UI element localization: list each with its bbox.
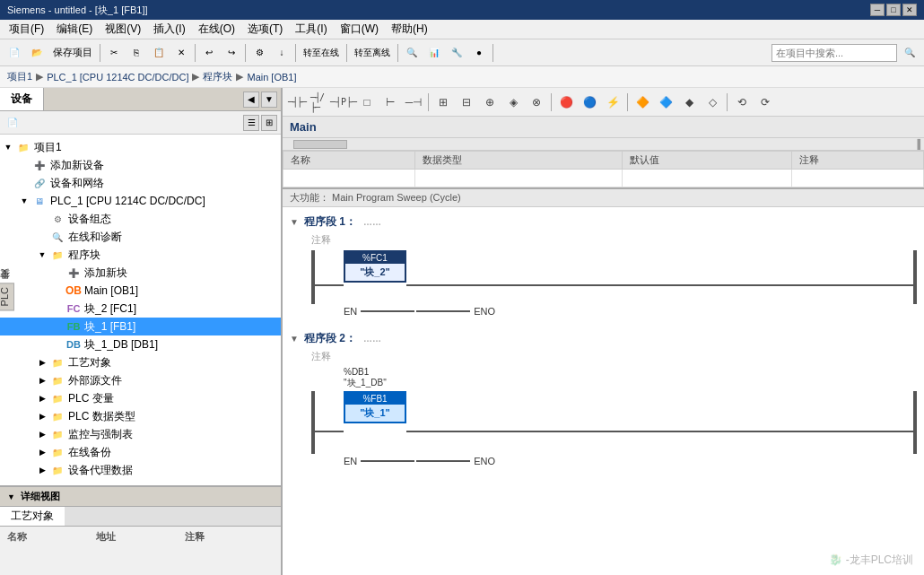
- menu-item-窗口W[interactable]: 窗口(W): [335, 20, 384, 39]
- save-btn[interactable]: 保存项目: [48, 42, 97, 64]
- close-btn[interactable]: ✕: [902, 4, 917, 16]
- tool1[interactable]: 🔍: [401, 42, 423, 64]
- toggle-tech-objects[interactable]: ▶: [36, 356, 48, 369]
- toggle-program-blocks[interactable]: ▼: [36, 248, 48, 261]
- cell-comment[interactable]: [791, 170, 923, 187]
- menu-item-在线O[interactable]: 在线(O): [193, 20, 240, 39]
- go-online-btn[interactable]: 转至在线: [299, 42, 344, 64]
- tree-item-online-diag[interactable]: ▶ 🔍 在线和诊断: [0, 228, 281, 246]
- tree-item-device-proxy[interactable]: ▶ 📁 设备代理数据: [0, 461, 281, 479]
- toggle-project1[interactable]: ▼: [2, 141, 14, 153]
- tree-item-ext-sources[interactable]: ▶ 📁 外部源文件: [0, 371, 281, 389]
- tree-item-plc-variables[interactable]: ▶ 📁 PLC 变量: [0, 389, 281, 407]
- network-1-comment[interactable]: 注释: [311, 233, 917, 247]
- tree-view-btn-2[interactable]: ⊞: [261, 115, 277, 131]
- breadcrumb-item-3[interactable]: 程序块: [203, 70, 232, 83]
- search-btn[interactable]: 🔍: [899, 42, 920, 64]
- copy-btn[interactable]: ⎘: [126, 42, 147, 64]
- tree-btn-1[interactable]: 📄: [4, 114, 22, 132]
- network-1-collapse-btn[interactable]: ▼: [290, 217, 299, 227]
- toggle-ext-sources[interactable]: ▶: [36, 374, 48, 387]
- maximize-btn[interactable]: □: [886, 4, 901, 16]
- breadcrumb-item-1[interactable]: 项目1: [7, 70, 32, 83]
- cell-name[interactable]: [283, 170, 415, 187]
- tool3[interactable]: 🔧: [446, 42, 467, 64]
- toggle-online-backup[interactable]: ▶: [36, 446, 48, 458]
- tree-item-db1[interactable]: ▶ DB 块_1_DB [DB1]: [0, 335, 281, 353]
- tree-item-device-config[interactable]: ▶ ⚙ 设备组态: [0, 210, 281, 228]
- open-btn[interactable]: 📂: [26, 42, 48, 64]
- more-btn-13[interactable]: ⟲: [731, 91, 753, 113]
- tree-item-plc-data-types[interactable]: ▶ 📁 PLC 数据类型: [0, 407, 281, 425]
- detail-view-header[interactable]: ▼ 详细视图: [0, 487, 281, 507]
- breadcrumb-item-2[interactable]: PLC_1 [CPU 1214C DC/DC/DC]: [47, 72, 188, 83]
- device-tab[interactable]: 设备: [0, 88, 44, 110]
- tree-item-tech-objects[interactable]: ▶ 📁 工艺对象: [0, 353, 281, 371]
- more-btn-11[interactable]: ◆: [678, 91, 700, 113]
- panel-collapse-btn[interactable]: ◀: [243, 91, 259, 108]
- tree-item-program-blocks[interactable]: ▼ 📁 程序块: [0, 246, 281, 264]
- tech-objects-tab[interactable]: 工艺对象: [0, 507, 65, 526]
- tree-item-main-ob1[interactable]: ▶ OB Main [OB1]: [0, 282, 281, 300]
- tool2[interactable]: 📊: [423, 42, 445, 64]
- box-btn[interactable]: □: [356, 91, 378, 113]
- compile-btn[interactable]: ⚙: [248, 42, 270, 64]
- more-btn-1[interactable]: ⊞: [432, 91, 454, 113]
- tree-item-plc1[interactable]: ▼ 🖥 PLC_1 [CPU 1214C DC/DC/DC]: [0, 192, 281, 210]
- h-scroll-top[interactable]: ▐: [283, 138, 924, 151]
- more-btn-2[interactable]: ⊟: [456, 91, 477, 113]
- fc1-function-box[interactable]: %FC1 "块_2": [344, 250, 406, 283]
- cell-type[interactable]: [415, 170, 622, 187]
- minimize-btn[interactable]: ─: [870, 4, 885, 16]
- cell-default[interactable]: [622, 170, 791, 187]
- toggle-monitor-force[interactable]: ▶: [36, 428, 48, 440]
- more-btn-9[interactable]: 🔶: [632, 91, 653, 113]
- redo-btn[interactable]: ↪: [221, 42, 242, 64]
- cut-btn[interactable]: ✂: [103, 42, 125, 64]
- detail-toggle-arrow[interactable]: ▼: [7, 492, 15, 501]
- more-btn-7[interactable]: 🔵: [579, 91, 600, 113]
- tree-item-fb1[interactable]: ▶ FB 块_1 [FB1]: [0, 318, 281, 335]
- tree-item-online-backup[interactable]: ▶ 📁 在线备份: [0, 443, 281, 461]
- tree-item-project1[interactable]: ▼ 📁 项目1: [0, 138, 281, 156]
- more-btn-8[interactable]: ⚡: [602, 91, 623, 113]
- network-2-collapse-btn[interactable]: ▼: [290, 334, 299, 344]
- tree-item-fc1[interactable]: ▶ FC 块_2 [FC1]: [0, 300, 281, 318]
- toggle-plc-data-types[interactable]: ▶: [36, 410, 48, 423]
- tree-item-devices-network[interactable]: ▶ 🔗 设备和网络: [0, 174, 281, 192]
- menu-item-帮助H[interactable]: 帮助(H): [386, 20, 433, 39]
- paste-btn[interactable]: 📋: [148, 42, 170, 64]
- menu-item-项目F[interactable]: 项目(F): [4, 20, 49, 39]
- tree-item-add-device[interactable]: ▶ ➕ 添加新设备: [0, 156, 281, 174]
- menu-item-编辑E[interactable]: 编辑(E): [51, 20, 98, 39]
- toggle-device-proxy[interactable]: ▶: [36, 464, 48, 476]
- tree-view-btn-1[interactable]: ☰: [243, 115, 259, 131]
- ladder-editor[interactable]: ▼ 程序段 1： …… 注释: [283, 207, 924, 575]
- more-btn-4[interactable]: ◈: [502, 91, 524, 113]
- more-btn-3[interactable]: ⊕: [479, 91, 501, 113]
- panel-menu-btn[interactable]: ▼: [261, 91, 277, 108]
- menu-item-插入I[interactable]: 插入(I): [148, 20, 190, 39]
- menu-item-选项T[interactable]: 选项(T): [242, 20, 288, 39]
- toggle-plc1[interactable]: ▼: [18, 195, 31, 207]
- menu-item-视图V[interactable]: 视图(V): [100, 20, 146, 39]
- fb1-function-box[interactable]: %FB1 "块_1": [344, 391, 406, 423]
- delete-btn[interactable]: ✕: [170, 42, 192, 64]
- more-btn-12[interactable]: ◇: [702, 91, 723, 113]
- tool4[interactable]: ●: [468, 42, 490, 64]
- plc-variables-tab[interactable]: PLC变量: [0, 283, 14, 310]
- more-btn-14[interactable]: ⟳: [754, 91, 776, 113]
- more-btn-10[interactable]: 🔷: [655, 91, 676, 113]
- tree-item-add-block[interactable]: ▶ ➕ 添加新块: [0, 264, 281, 282]
- h-scrollbar-thumb[interactable]: [293, 140, 347, 149]
- contact-nc-btn[interactable]: ─┤/├─: [309, 91, 331, 113]
- toggle-plc-variables[interactable]: ▶: [36, 392, 48, 405]
- search-input[interactable]: [771, 44, 897, 62]
- download-btn[interactable]: ↓: [271, 42, 292, 64]
- wire-btn[interactable]: ─⊣: [403, 91, 424, 113]
- contact-no-btn[interactable]: ─┤├─: [286, 91, 308, 113]
- p-contact-btn[interactable]: ─┤P├─: [333, 91, 354, 113]
- branch-btn[interactable]: ⊢: [379, 91, 401, 113]
- new-btn[interactable]: 📄: [4, 42, 25, 64]
- undo-btn[interactable]: ↩: [198, 42, 220, 64]
